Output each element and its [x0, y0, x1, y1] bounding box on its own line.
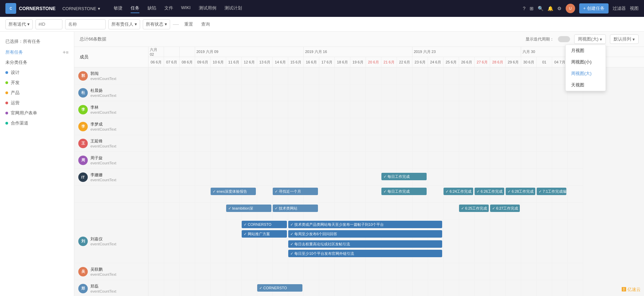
owner-filter[interactable]: 所有责任人 ▾ — [108, 19, 140, 29]
more-icon[interactable]: ≡ — [66, 50, 69, 55]
nav-bugs[interactable]: 缺陷 — [147, 4, 156, 13]
gantt-bar[interactable]: ✓ enes深度体验报告 — [211, 188, 256, 195]
grid-cell — [180, 186, 195, 202]
grid-cell — [521, 280, 537, 296]
grid-icon[interactable]: ⊞ — [530, 6, 534, 11]
chevron-down-icon: ▾ — [27, 22, 30, 27]
gantt-bar[interactable]: ✓ 6:24工作完成 — [444, 188, 473, 195]
grid-cell — [180, 135, 195, 152]
sidebar-item-ops[interactable]: 运营 — [0, 98, 74, 108]
gantt-bar[interactable]: ✓ CORNERSTO — [257, 284, 302, 292]
add-task-icon[interactable]: + — [62, 49, 65, 55]
month-view-option[interactable]: 月视图 — [566, 45, 606, 56]
grid-cell — [506, 169, 521, 185]
search-button[interactable]: 查询 — [198, 20, 213, 29]
all-tasks-link[interactable]: 所有任务 — [5, 49, 23, 55]
user-avatar[interactable]: U — [566, 4, 575, 13]
grid-cell — [350, 135, 366, 152]
gantt-bar[interactable]: ✓ 每周至少发布6个回问回答 — [288, 230, 442, 238]
nav-test-plan[interactable]: 测试计划 — [224, 4, 242, 13]
grid-cell — [444, 263, 459, 280]
id-filter-input[interactable] — [35, 19, 62, 29]
gantt-bar[interactable]: ✓ 技术类网站 — [273, 205, 318, 212]
project-selector[interactable]: CORNERSTONE ▾ — [62, 6, 100, 11]
grid-cell — [366, 280, 381, 296]
gantt-bar[interactable]: ✓ 6:28工作完成 — [506, 188, 535, 195]
gantt-bar[interactable]: ✓ teambition深 — [226, 205, 271, 212]
grid-cell — [149, 203, 164, 219]
content-header: 总计66条数据 显示迭代周期： 周视图(大) ▾ 月视图 周视图(小) 周视图(… — [74, 32, 644, 47]
help-icon[interactable]: ? — [523, 6, 526, 11]
gantt-bar[interactable]: ✓ 寻找近一个月 — [273, 188, 318, 195]
notification-icon[interactable]: 🔔 — [547, 6, 553, 11]
view-label[interactable]: 视图 — [630, 5, 639, 11]
grid-cell — [164, 219, 180, 263]
member-row: 郭郭闯eventCountText — [74, 68, 148, 84]
week-small-view-option[interactable]: 周视图(小) — [566, 56, 606, 68]
grid-cell — [164, 280, 180, 296]
grid-cell — [412, 263, 428, 280]
nav-test-cases[interactable]: 测试用例 — [199, 4, 216, 13]
member-name: 李姗姗 — [90, 172, 116, 178]
view-dropdown[interactable]: 周视图(大) ▾ 月视图 周视图(小) 周视图(大) 天视图 — [574, 34, 606, 44]
create-task-button[interactable]: + 创建任务 — [579, 3, 609, 14]
gantt-body: 郭郭闯eventCountText杜杜晨扬eventCountText李李林ev… — [74, 68, 644, 296]
day-view-option[interactable]: 天视图 — [566, 79, 606, 91]
nav-tasks[interactable]: 任务 — [131, 4, 139, 13]
status-filter[interactable]: 所有状态 ▾ — [143, 19, 170, 29]
week-large-view-option[interactable]: 周视图(大) — [566, 68, 606, 79]
view-dropdown-button[interactable]: 周视图(大) ▾ — [574, 34, 606, 44]
sort-dropdown[interactable]: 默认排列 ▾ — [610, 34, 639, 44]
sidebar-item-design[interactable]: 设计 — [0, 68, 74, 78]
search-icon[interactable]: 🔍 — [538, 6, 543, 11]
grid-cell — [273, 84, 288, 101]
grid-cell — [366, 203, 381, 219]
settings-icon[interactable]: ⚙ — [557, 6, 562, 11]
sidebar-item-product[interactable]: 产品 — [0, 88, 74, 98]
reset-button[interactable]: 重置 — [182, 20, 196, 29]
filter-label[interactable]: 过滤器 — [613, 5, 626, 11]
grid-cell — [149, 68, 164, 84]
unclassified-item[interactable]: 未分类任务 — [0, 57, 74, 68]
grid-cell — [397, 203, 412, 219]
iteration-filter[interactable]: 所有送代 ▾ — [5, 19, 33, 29]
gantt-bar[interactable]: ✓ 6:27工作完成 — [490, 205, 520, 212]
day-cell: 09 6月 — [195, 57, 211, 67]
gantt-bar[interactable]: ✓ CORNERSTO — [242, 221, 287, 228]
nav-wiki[interactable]: WIKI — [181, 4, 191, 13]
gantt-bar[interactable]: ✓ 6:25工作完成 — [459, 205, 489, 212]
gantt-bar[interactable]: ✓ 每日工作完成 — [381, 188, 427, 195]
nav-files[interactable]: 文件 — [164, 4, 173, 13]
member-info: 刘嘉仪eventCountText — [90, 236, 116, 246]
gantt-bar[interactable]: ✓ 每日至少10个平台发布官网外链引流 — [288, 250, 442, 257]
gantt-bar[interactable]: ✓ 网站推广方案 — [242, 230, 287, 238]
grid-cell — [552, 118, 568, 135]
sidebar-item-partners[interactable]: 合作渠道 — [0, 118, 74, 128]
total-count-label: 总计66条数据 — [80, 36, 106, 42]
gantt-bar[interactable]: ✓ 7:1工作完成编 — [537, 188, 566, 195]
member-info: 郑磊eventCountText — [90, 284, 116, 293]
grid-cell — [521, 169, 537, 185]
day-cell: 26 6月 — [459, 57, 475, 67]
main-container: 已选择：所有任务 所有任务 + ≡ 未分类任务 设计 开发 产品 运营 官网用户… — [0, 32, 644, 296]
gantt-bar[interactable]: ✓ 6:26工作完成 — [475, 188, 504, 195]
week-toggle[interactable] — [558, 36, 570, 42]
member-row: 周周子旋eventCountText — [74, 152, 148, 169]
day-cell: 29 6月 — [506, 57, 521, 67]
sidebar-item-website-users[interactable]: 官网用户表单 — [0, 108, 74, 118]
gantt-bar[interactable]: ✓ 每日工作完成 — [381, 173, 427, 180]
grid-cell — [257, 118, 273, 135]
member-count: eventCountText — [90, 161, 116, 165]
name-filter-input[interactable] — [65, 19, 106, 29]
status-label: 所有状态 — [146, 21, 163, 27]
day-cell: 23 6月 — [412, 57, 428, 67]
grid-cell — [288, 101, 304, 118]
day-cell: 18 6月 — [335, 57, 350, 67]
gantt-bar[interactable]: ✓ 技术类或产品类网站每天至少发布一篇帖子到10个平台 — [288, 221, 442, 228]
nav-agile[interactable]: 敏捷 — [114, 4, 123, 13]
gantt-bar[interactable]: ✓ 每日去权重高论坛或社区发帖引流 — [288, 240, 442, 248]
grid-cell — [428, 263, 444, 280]
sidebar-item-dev[interactable]: 开发 — [0, 78, 74, 88]
member-info: 周子旋eventCountText — [90, 155, 116, 165]
gantt-grid-row — [149, 84, 583, 101]
